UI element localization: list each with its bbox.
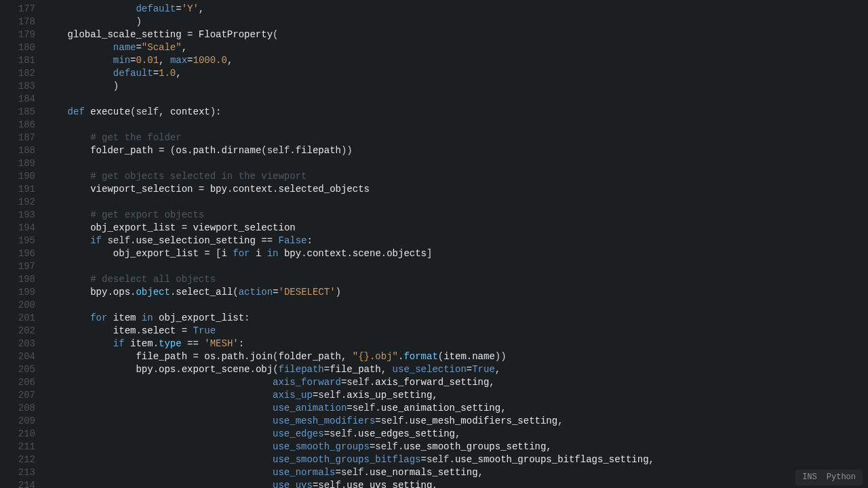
code-line[interactable]: # get objects selected in the viewport	[45, 170, 868, 183]
code-line[interactable]: viewport_selection = bpy.context.selecte…	[45, 183, 868, 196]
line-number: 186	[0, 119, 35, 131]
line-number: 208	[0, 402, 35, 415]
code-line[interactable]: # deselect all objects	[45, 273, 868, 286]
line-number: 193	[0, 209, 35, 222]
line-number: 183	[0, 80, 35, 93]
code-line[interactable]: item.select = True	[45, 325, 868, 338]
line-number: 200	[0, 299, 35, 312]
line-number: 205	[0, 363, 35, 376]
code-line[interactable]: default=1.0,	[45, 67, 868, 80]
line-number: 182	[0, 67, 35, 80]
code-line[interactable]: bpy.ops.object.select_all(action='DESELE…	[45, 286, 868, 299]
line-number: 202	[0, 325, 35, 338]
code-line[interactable]: global_scale_setting = FloatProperty(	[45, 28, 868, 41]
line-number: 210	[0, 428, 35, 441]
code-line[interactable]: # get the folder	[45, 131, 868, 144]
code-line[interactable]	[45, 157, 868, 170]
line-number: 190	[0, 170, 35, 183]
line-number: 185	[0, 106, 35, 119]
line-number: 184	[0, 93, 35, 106]
code-line[interactable]: bpy.ops.export_scene.obj(filepath=file_p…	[45, 363, 868, 376]
status-bar: INS Python	[795, 470, 863, 485]
line-number: 195	[0, 235, 35, 247]
line-number: 196	[0, 247, 35, 260]
code-line[interactable]	[45, 299, 868, 312]
code-line[interactable]	[45, 196, 868, 209]
code-line[interactable]: use_smooth_groups_bitflags=self.use_smoo…	[45, 453, 868, 466]
line-number: 211	[0, 441, 35, 453]
code-line[interactable]: if item.type == 'MESH':	[45, 338, 868, 350]
code-line[interactable]: if self.use_selection_setting == False:	[45, 235, 868, 247]
code-line[interactable]: default='Y',	[45, 3, 868, 16]
code-line[interactable]: obj_export_list = viewport_selection	[45, 222, 868, 235]
line-number: 207	[0, 389, 35, 402]
language-indicator: Python	[827, 471, 856, 484]
line-number: 198	[0, 273, 35, 286]
line-number: 178	[0, 16, 35, 28]
code-line[interactable]: file_path = os.path.join(folder_path, "{…	[45, 350, 868, 363]
line-number: 189	[0, 157, 35, 170]
code-line[interactable]: use_animation=self.use_animation_setting…	[45, 402, 868, 415]
code-line[interactable]: axis_up=self.axis_up_setting,	[45, 389, 868, 402]
code-line[interactable]: name="Scale",	[45, 41, 868, 54]
line-number: 192	[0, 196, 35, 209]
line-number: 203	[0, 338, 35, 350]
code-line[interactable]	[45, 93, 868, 106]
code-editor[interactable]: 1771781791801811821831841851861871881891…	[0, 0, 868, 488]
code-line[interactable]: obj_export_list = [i for i in bpy.contex…	[45, 247, 868, 260]
line-number: 181	[0, 54, 35, 67]
line-number: 201	[0, 312, 35, 325]
line-number: 213	[0, 466, 35, 479]
code-line[interactable]: min=0.01, max=1000.0,	[45, 54, 868, 67]
line-number-gutter: 1771781791801811821831841851861871881891…	[0, 0, 42, 488]
line-number: 177	[0, 3, 35, 16]
code-line[interactable]	[45, 260, 868, 273]
code-line[interactable]: def execute(self, context):	[45, 106, 868, 119]
code-area[interactable]: default='Y', ) global_scale_setting = Fl…	[42, 0, 868, 488]
code-line[interactable]: use_uvs=self.use_uvs_setting,	[45, 479, 868, 488]
code-line[interactable]: use_edges=self.use_edges_setting,	[45, 428, 868, 441]
line-number: 212	[0, 453, 35, 466]
code-line[interactable]: axis_forward=self.axis_forward_setting,	[45, 376, 868, 389]
line-number: 188	[0, 144, 35, 157]
line-number: 194	[0, 222, 35, 235]
line-number: 204	[0, 350, 35, 363]
code-line[interactable]	[45, 119, 868, 131]
line-number: 199	[0, 286, 35, 299]
line-number: 180	[0, 41, 35, 54]
line-number: 179	[0, 28, 35, 41]
line-number: 197	[0, 260, 35, 273]
code-line[interactable]: use_smooth_groups=self.use_smooth_groups…	[45, 441, 868, 453]
code-line[interactable]: for item in obj_export_list:	[45, 312, 868, 325]
code-line[interactable]: # get export objects	[45, 209, 868, 222]
line-number: 187	[0, 131, 35, 144]
code-line[interactable]: )	[45, 80, 868, 93]
insert-mode-indicator: INS	[802, 471, 817, 484]
line-number: 206	[0, 376, 35, 389]
code-line[interactable]: )	[45, 16, 868, 28]
line-number: 214	[0, 479, 35, 488]
code-line[interactable]: use_normals=self.use_normals_setting,	[45, 466, 868, 479]
line-number: 209	[0, 415, 35, 428]
line-number: 191	[0, 183, 35, 196]
code-line[interactable]: use_mesh_modifiers=self.use_mesh_modifie…	[45, 415, 868, 428]
code-line[interactable]: folder_path = (os.path.dirname(self.file…	[45, 144, 868, 157]
